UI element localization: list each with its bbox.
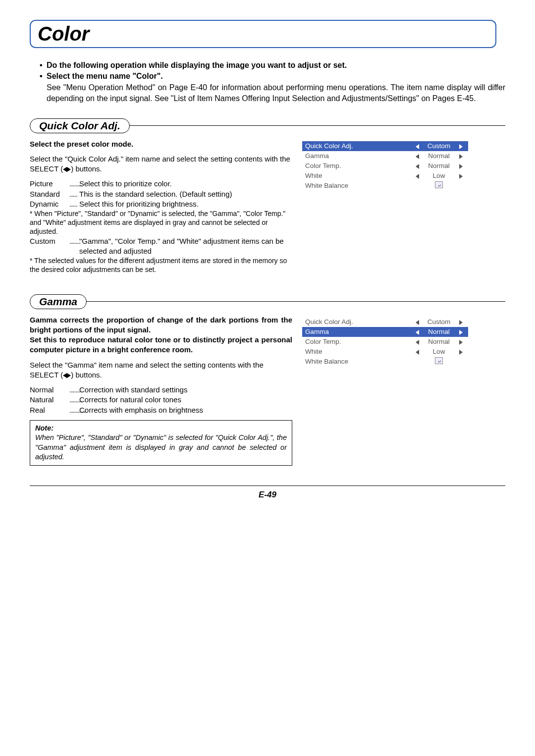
section1-sub-bold: Select the preset color mode. bbox=[30, 139, 292, 149]
menu-row-white-balance[interactable]: White Balance bbox=[302, 181, 468, 191]
right-arrow-icon[interactable] bbox=[456, 163, 465, 169]
section1-footnote1: * When "Picture", "Standard" or "Dynamic… bbox=[30, 209, 292, 236]
section1-options: Picture........Select this to prioritize… bbox=[30, 179, 292, 209]
section-rule bbox=[126, 125, 505, 126]
section1-para1: Select the "Quick Color Adj." item name … bbox=[30, 154, 292, 174]
left-arrow-icon[interactable] bbox=[413, 153, 422, 159]
intro-bullet-2: •Select the menu name "Color". bbox=[40, 71, 505, 82]
right-arrow-icon[interactable] bbox=[456, 143, 465, 149]
left-arrow-icon[interactable] bbox=[413, 348, 422, 354]
right-arrow-icon[interactable] bbox=[456, 319, 465, 324]
left-arrow-icon[interactable] bbox=[413, 163, 422, 169]
menu-row-gamma[interactable]: Gamma Normal bbox=[302, 327, 468, 337]
section2-para1: Select the "Gamma" item name and select … bbox=[30, 360, 292, 380]
menu-row-white[interactable]: White Low bbox=[302, 171, 468, 181]
intro-block: •Do the following operation while displa… bbox=[40, 60, 505, 105]
menu-row-white[interactable]: White Low bbox=[302, 347, 468, 357]
section1-custom: Custom......."Gamma", "Color Temp." and … bbox=[30, 236, 292, 257]
right-arrow-icon[interactable] bbox=[456, 173, 465, 179]
section-heading: Gamma bbox=[30, 294, 87, 309]
intro-bullet-1: •Do the following operation while displa… bbox=[40, 60, 505, 71]
intro-paragraph: See "Menu Operation Method" on Page E-40… bbox=[47, 82, 505, 105]
section2-sub-bold: Gamma corrects the proportion of change … bbox=[30, 315, 292, 355]
left-arrow-icon bbox=[63, 167, 67, 172]
menu-row-quick-color[interactable]: Quick Color Adj. Custom bbox=[302, 317, 468, 327]
menu-row-white-balance[interactable]: White Balance bbox=[302, 357, 468, 367]
section-header-gamma: Gamma bbox=[30, 294, 505, 309]
section-header-quick-color: Quick Color Adj. bbox=[30, 118, 505, 133]
right-arrow-icon[interactable] bbox=[456, 153, 465, 159]
left-arrow-icon[interactable] bbox=[413, 328, 422, 334]
section1-footnote2: * The selected values for the different … bbox=[30, 256, 292, 274]
note-box: Note: When "Picture", "Standard" or "Dyn… bbox=[30, 420, 292, 466]
menu-row-gamma[interactable]: Gamma Normal bbox=[302, 151, 468, 161]
section1-text: Select the preset color mode. Select the… bbox=[30, 139, 292, 274]
enter-icon[interactable] bbox=[422, 357, 456, 366]
left-arrow-icon[interactable] bbox=[413, 143, 422, 149]
page-number: E-49 bbox=[30, 490, 505, 500]
right-arrow-icon[interactable] bbox=[456, 348, 465, 354]
right-arrow-icon[interactable] bbox=[456, 328, 465, 334]
enter-icon[interactable] bbox=[422, 181, 456, 190]
left-arrow-icon[interactable] bbox=[413, 338, 422, 344]
footer-rule bbox=[30, 486, 505, 486]
note-title: Note: bbox=[35, 424, 287, 433]
right-arrow-icon[interactable] bbox=[456, 338, 465, 344]
section2-text: Gamma corrects the proportion of change … bbox=[30, 315, 292, 466]
menu-row-quick-color[interactable]: Quick Color Adj. Custom bbox=[302, 141, 468, 151]
section-heading: Quick Color Adj. bbox=[30, 118, 130, 133]
page-title: Color bbox=[38, 23, 89, 45]
section-rule bbox=[83, 301, 505, 302]
left-arrow-icon bbox=[63, 373, 67, 378]
menu-panel-2: Quick Color Adj. Custom Gamma Normal Col… bbox=[302, 317, 468, 466]
section2-options: Normal.......Correction with standard se… bbox=[30, 385, 292, 415]
left-arrow-icon[interactable] bbox=[413, 319, 422, 324]
page-title-box: Color bbox=[30, 20, 496, 48]
menu-row-color-temp[interactable]: Color Temp. Normal bbox=[302, 337, 468, 347]
note-body: When "Picture", "Standard" or "Dynamic" … bbox=[35, 433, 287, 462]
menu-panel-1: Quick Color Adj. Custom Gamma Normal Col… bbox=[302, 141, 468, 274]
menu-row-color-temp[interactable]: Color Temp. Normal bbox=[302, 161, 468, 171]
left-arrow-icon[interactable] bbox=[413, 173, 422, 179]
